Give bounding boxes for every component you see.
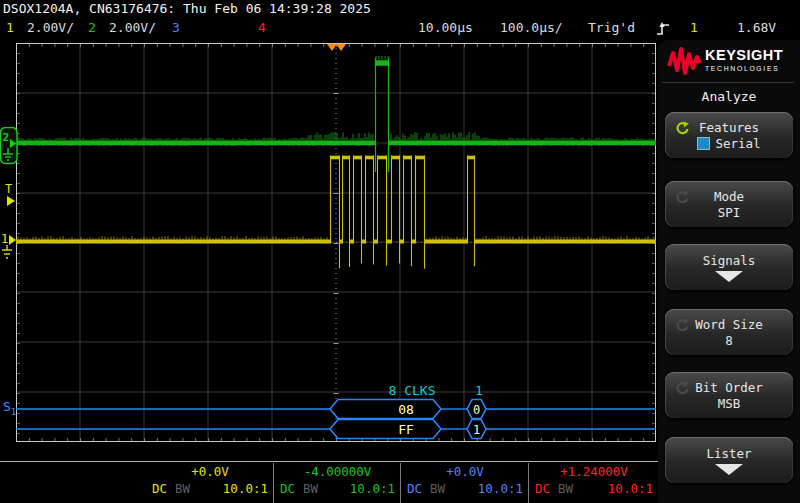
ch2-offset: -4.00000V xyxy=(280,464,395,480)
ch1-offset: +0.0V xyxy=(152,464,268,480)
brand-subtitle: TECHNOLOGIES xyxy=(705,66,783,73)
softkey-word-size[interactable]: Word Size 8 xyxy=(665,309,793,355)
waveform-display: 8 CLKS 1 08 FF 0 1 xyxy=(16,43,656,442)
softkey-label: Signals xyxy=(703,253,756,268)
svg-text:1: 1 xyxy=(1,232,8,246)
softkey-value: SPI xyxy=(718,205,741,220)
brand-name: KEYSIGHT xyxy=(705,48,783,63)
softkey-label: Mode xyxy=(714,189,744,204)
serial-checkbox-icon xyxy=(697,137,710,150)
decode-clks-label: 8 CLKS xyxy=(389,383,436,398)
ch3-offset: +0.0V xyxy=(407,464,523,480)
softkey-bit-order[interactable]: Bit Order MSB xyxy=(665,372,793,418)
softkey-value: MSB xyxy=(718,396,741,411)
trigger-position-marker xyxy=(336,44,346,51)
softkey-label: Lister xyxy=(706,446,751,461)
ch2-coupling: DC xyxy=(280,481,295,497)
submenu-arrow-icon xyxy=(715,271,743,282)
cycle-icon xyxy=(674,318,689,335)
ch1-scale: 2.00V/ xyxy=(27,20,74,35)
ch1-status: +0.0V DC BW 10.0:1 xyxy=(146,463,273,503)
ch2-scale: 2.00V/ xyxy=(109,20,156,35)
trigger-position-marker xyxy=(327,44,337,51)
decode-miso-bit: 1 xyxy=(473,423,480,437)
ch3-status: +0.0V DC BW 10.0:1 xyxy=(400,463,528,503)
decode-mosi-bit: 0 xyxy=(473,403,480,417)
brand-text: KEYSIGHT TECHNOLOGIES xyxy=(705,48,783,72)
softkey-value: 8 xyxy=(725,333,733,348)
ch3-bw-limit: BW xyxy=(430,481,445,497)
softkey-menu: KEYSIGHT TECHNOLOGIES Analyze Features S… xyxy=(658,40,800,503)
ch2-number: 2 xyxy=(88,20,96,35)
window-title: DSOX1204A, CN63176476: Thu Feb 06 14:39:… xyxy=(3,1,371,16)
ch4-status: +1.24000V DC BW 10.0:1 xyxy=(528,463,658,503)
ch4-coupling: DC xyxy=(535,481,550,497)
softkey-features[interactable]: Features Serial xyxy=(665,112,793,158)
softkey-signals[interactable]: Signals xyxy=(665,244,793,290)
cycle-icon xyxy=(674,121,689,138)
ch2-probe: 10.0:1 xyxy=(350,481,395,497)
time-delay-readout: 10.00µs xyxy=(418,20,473,35)
ch4-offset: +1.24000V xyxy=(535,464,653,480)
ch4-bw-limit: BW xyxy=(558,481,573,497)
trigger-slope-icon xyxy=(656,21,670,39)
ch3-number: 3 xyxy=(172,20,180,35)
cycle-icon xyxy=(674,190,689,207)
ch3-coupling: DC xyxy=(407,481,422,497)
softkey-mode[interactable]: Mode SPI xyxy=(665,181,793,227)
softkey-label: Word Size xyxy=(695,317,763,332)
ch4-number: 4 xyxy=(258,20,266,35)
svg-text:2: 2 xyxy=(3,131,10,144)
ch2-status: -4.00000V DC BW 10.0:1 xyxy=(273,463,400,503)
softkey-label: Features xyxy=(699,120,759,135)
svg-text:T: T xyxy=(5,182,12,196)
menu-title: Analyze xyxy=(658,89,800,104)
trigger-level-readout: 1.68V xyxy=(737,20,776,35)
footer-divider xyxy=(0,461,658,462)
ch1-bw-limit: BW xyxy=(175,481,190,497)
ch1-probe: 10.0:1 xyxy=(223,481,268,497)
ch1-ground-marker: 1 xyxy=(0,231,17,263)
ch1-number: 1 xyxy=(6,20,14,35)
softkey-label: Bit Order xyxy=(695,380,763,395)
trigger-status: Trig'd xyxy=(588,20,635,35)
ch3-probe: 10.0:1 xyxy=(478,481,523,497)
decode-bit-count: 1 xyxy=(475,383,483,398)
submenu-arrow-icon xyxy=(715,464,743,475)
ch2-ground-marker: 2 xyxy=(0,127,18,165)
sidebar-divider xyxy=(662,82,794,83)
serial-bus-label: S1 xyxy=(3,399,16,417)
decode-miso-byte: FF xyxy=(398,422,414,437)
cycle-icon xyxy=(674,381,689,398)
decode-mosi-byte: 08 xyxy=(398,402,414,417)
timebase-readout: 100.0µs/ xyxy=(500,20,563,35)
keysight-logo-icon xyxy=(666,46,702,80)
trigger-level-marker: T xyxy=(3,182,17,207)
ch2-bw-limit: BW xyxy=(303,481,318,497)
softkey-value: Serial xyxy=(697,136,760,151)
trigger-source: 1 xyxy=(690,20,698,35)
ch4-probe: 10.0:1 xyxy=(608,481,653,497)
status-bar: 1 2.00V/ 2 2.00V/ 3 4 10.00µs 100.0µs/ T… xyxy=(0,20,800,40)
softkey-lister[interactable]: Lister xyxy=(665,437,793,483)
ch1-coupling: DC xyxy=(152,481,167,497)
